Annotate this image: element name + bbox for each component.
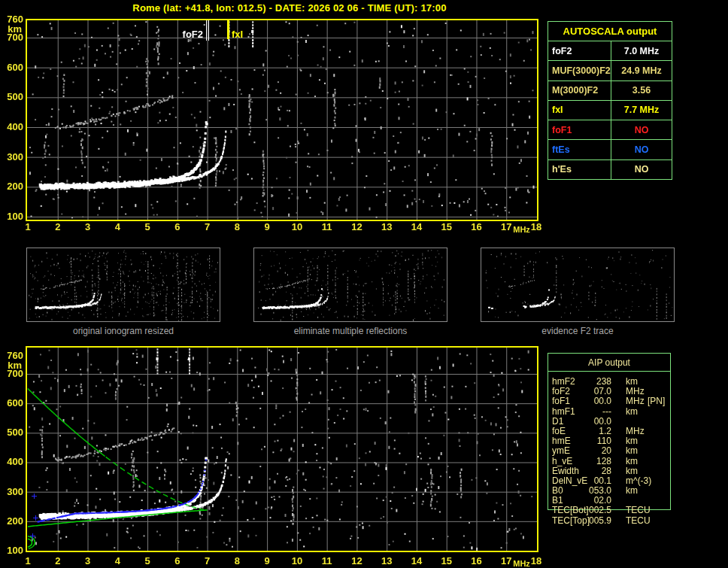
thumbnail-eliminate-reflections — [253, 248, 447, 322]
aip-unit: MHz — [626, 386, 645, 396]
aip-value: 00.0 — [579, 396, 611, 406]
aip-label: D1 — [552, 416, 563, 427]
aip-row-hmf1: hmF1---km — [548, 406, 671, 416]
aip-unit: km — [626, 406, 638, 417]
aip-row-hmf2: hmF2238km — [548, 376, 671, 386]
parameter-value: NO — [611, 140, 672, 159]
autoscala-row-muf3000f2: MUF(3000)F224.9 MHz — [548, 60, 672, 80]
aip-value: 00.0 — [579, 416, 611, 427]
thumbnail-original-ionogram — [26, 248, 220, 322]
aip-value: 110 — [579, 436, 611, 446]
aip-value: 005.9 — [579, 515, 611, 526]
aip-unit: m^(-3) — [626, 475, 651, 486]
autoscala-row-hes: h'EsNO — [548, 159, 672, 179]
aip-label: foF1 — [552, 396, 570, 406]
autoscala-row-fof2: foF27.0 MHz — [548, 41, 672, 60]
aip-value: --- — [579, 406, 611, 417]
aip-row-delnve: DelN_vE00.1m^(-3) — [548, 475, 671, 485]
aip-row-foe: foE1.2MHz — [548, 426, 671, 436]
aip-unit: MHz — [626, 396, 645, 406]
aip-value: 1.2 — [579, 426, 611, 436]
autoscala-row-fof1: foF1NO — [548, 120, 672, 139]
autoscala-table-rows: foF27.0 MHzMUF(3000)F224.9 MHzM(3000)F23… — [548, 41, 672, 179]
page-title: Rome (lat: +41.8, lon: 012.5) - DATE: 20… — [26, 2, 553, 14]
parameter-value: 3.56 — [611, 81, 672, 100]
aip-unit: km — [626, 445, 638, 456]
aip-table-title: AIP output — [548, 354, 670, 372]
aip-row-d1: D100.0 — [548, 416, 671, 426]
aip-row-fof2: foF207.0MHz — [548, 386, 671, 396]
aip-unit: km — [626, 376, 638, 387]
parameter-label: h'Es — [548, 160, 611, 179]
aip-unit: km — [626, 485, 638, 496]
parameter-label: M(3000)F2 — [548, 81, 611, 100]
aip-unit: MHz — [626, 426, 645, 436]
parameter-value: NO — [611, 120, 672, 139]
aip-label: hmE — [552, 436, 571, 446]
thumbnail-caption-eliminate: eliminate multiple reflections — [253, 326, 447, 336]
aip-value: 00.1 — [579, 475, 611, 486]
aip-unit: km — [626, 456, 638, 466]
aip-label: foE — [552, 426, 566, 436]
aip-value: 053.0 — [579, 485, 611, 496]
aip-value: 238 — [579, 376, 611, 387]
aip-value: 002.5 — [579, 505, 611, 515]
autoscala-table-title: AUTOSCALA output — [548, 22, 672, 41]
parameter-label: MUF(3000)F2 — [548, 61, 611, 80]
aip-label: h_vE — [552, 456, 572, 466]
parameter-value: 24.9 MHz — [611, 61, 672, 80]
autoscala-row-m3000f2: M(3000)F23.56 — [548, 80, 672, 100]
autoscala-window: Rome (lat: +41.8, lon: 012.5) - DATE: 20… — [0, 0, 728, 568]
aip-row-tectop: TEC[Top]005.9TECU — [548, 515, 671, 525]
aip-unit: TECU — [626, 515, 651, 526]
aip-row-ewidth: Ewidth28km — [548, 466, 671, 475]
parameter-value: 7.7 MHz — [611, 101, 672, 120]
autoscala-output-table: AUTOSCALA output foF27.0 MHzMUF(3000)F22… — [548, 21, 672, 180]
aip-unit: TECU — [626, 505, 651, 515]
aip-row-hme: hmE110km — [548, 436, 671, 445]
parameter-label: fxI — [548, 101, 611, 120]
aip-table-rows: hmF2238kmfoF207.0MHzfoF100.0MHz[PN]hmF1-… — [548, 376, 671, 525]
parameter-label: ftEs — [548, 140, 611, 159]
aip-row-b1: B102.0 — [548, 495, 671, 505]
aip-row-tecbot: TEC[Bot]002.5TECU — [548, 505, 671, 515]
aip-label: B0 — [552, 485, 563, 496]
aip-row-yme: ymE20km — [548, 445, 671, 455]
aip-row-fof1: foF100.0MHz[PN] — [548, 396, 671, 405]
aip-value: 128 — [579, 456, 611, 466]
bottom-ionogram-plot — [0, 342, 549, 568]
aip-label: foF2 — [552, 386, 570, 396]
parameter-value: NO — [611, 160, 672, 179]
thumbnail-evidence-f2-trace — [481, 248, 675, 322]
aip-label: ymE — [552, 445, 570, 456]
aip-label: B1 — [552, 495, 563, 506]
aip-row-b0: B0053.0km — [548, 485, 671, 495]
aip-label: Ewidth — [552, 466, 579, 476]
aip-value: 20 — [579, 445, 611, 456]
aip-unit: km — [626, 466, 638, 476]
parameter-value: 7.0 MHz — [611, 41, 672, 60]
aip-value: 02.0 — [579, 495, 611, 506]
aip-label: hmF1 — [552, 406, 575, 417]
top-ionogram-plot — [0, 15, 549, 238]
parameter-label: foF2 — [548, 41, 611, 60]
autoscala-row-fxi: fxI7.7 MHz — [548, 100, 672, 120]
aip-value: 07.0 — [579, 386, 611, 396]
thumbnail-caption-evidence: evidence F2 trace — [481, 326, 675, 336]
aip-output-table: AIP output hmF2238kmfoF207.0MHzfoF100.0M… — [548, 353, 671, 533]
aip-value: 28 — [579, 466, 611, 476]
aip-row-hve: h_vE128km — [548, 456, 671, 466]
aip-label: hmF2 — [552, 376, 575, 387]
aip-unit: km — [626, 436, 638, 446]
autoscala-row-ftes: ftEsNO — [548, 139, 672, 159]
thumbnail-caption-original: original ionogram resized — [26, 326, 220, 336]
aip-extra: [PN] — [648, 396, 665, 406]
parameter-label: foF1 — [548, 120, 611, 139]
